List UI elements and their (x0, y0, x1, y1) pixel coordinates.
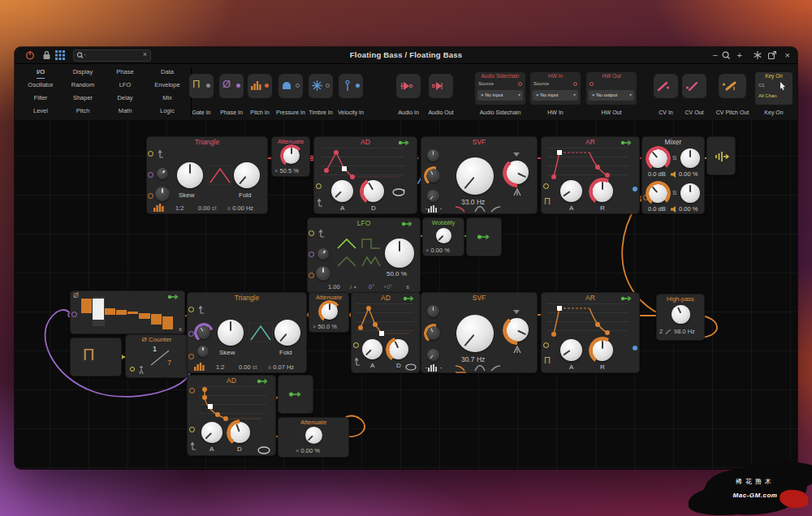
port-phase-in[interactable] (188, 331, 194, 337)
input-gain-knob[interactable] (427, 305, 439, 317)
zoom-in-button[interactable]: + (737, 49, 742, 61)
skew-knob[interactable] (177, 162, 203, 188)
palette-timbre-in[interactable] (309, 74, 333, 98)
zoom-out-button[interactable]: − (713, 49, 718, 61)
cutoff-knob[interactable] (456, 157, 494, 195)
output-dropdown[interactable]: × No output▾ (589, 90, 634, 101)
category-pitch[interactable]: Pitch (62, 105, 104, 118)
category-io[interactable]: I/O (19, 66, 62, 79)
pitch-knob[interactable] (197, 346, 209, 357)
module-highpass[interactable]: High-pass 2 98.0 Hz (656, 294, 705, 341)
ch1-pan-knob[interactable] (680, 148, 700, 168)
attack-knob[interactable] (560, 339, 582, 361)
port-gate-in[interactable] (148, 151, 153, 157)
module-pitch-sequencer[interactable]: Ø ± (70, 290, 185, 334)
module-green-tile-2[interactable] (278, 375, 313, 414)
port-gate-in[interactable] (130, 367, 135, 372)
fold-knob[interactable] (274, 320, 300, 346)
decay-knob[interactable] (229, 422, 250, 443)
cutoff-mod-knob[interactable] (426, 326, 440, 340)
lowpass-icon[interactable] (455, 363, 469, 373)
ch1-solo-button[interactable]: S (672, 154, 676, 161)
palette-audio-out[interactable] (429, 74, 453, 98)
module-gate-in[interactable]: Π (70, 338, 122, 376)
amount-knob[interactable] (385, 239, 414, 268)
wave-square[interactable] (361, 237, 382, 251)
seq-step[interactable] (93, 299, 103, 320)
fine-tune-value[interactable]: ± 0.00 Hz (227, 204, 253, 212)
port-gate-in[interactable] (543, 342, 549, 348)
port-gate-in[interactable] (316, 183, 322, 189)
module-attenuate-2[interactable]: Attenuate × 50.0 % (309, 292, 349, 333)
port-rate-in[interactable] (309, 273, 314, 278)
resonance-knob[interactable] (505, 318, 529, 342)
module-svf-2[interactable]: SVF 30.7 Hz (421, 292, 538, 373)
port-gate-in[interactable] (543, 183, 549, 189)
attack-knob[interactable] (560, 180, 582, 202)
module-green-tile-1[interactable] (466, 217, 502, 256)
ch2-gain-value[interactable]: 0.0 dB (648, 205, 666, 213)
palette-cv-out[interactable] (682, 74, 706, 98)
module-ar-1[interactable]: AR Π A R (541, 136, 640, 214)
ch2-speaker-icon[interactable] (671, 206, 677, 213)
pin-icon[interactable] (754, 51, 762, 59)
port-out-unconnected[interactable] (633, 187, 637, 191)
category-filter[interactable]: Filter (19, 92, 62, 105)
palette-velocity-in[interactable] (339, 74, 363, 98)
seq-step[interactable] (151, 314, 162, 325)
attack-knob[interactable] (331, 180, 353, 202)
zoom-reset-icon[interactable] (722, 51, 731, 60)
phase-value[interactable]: 0° (369, 283, 374, 290)
cutoff-mod-knob[interactable] (426, 169, 440, 183)
cutoff-value[interactable]: 30.7 Hz (461, 355, 485, 363)
seq-step[interactable] (116, 310, 127, 314)
category-envelope[interactable]: Envelope (146, 79, 188, 92)
fold-knob[interactable] (234, 162, 260, 188)
wave-triangle-selected[interactable] (336, 237, 357, 251)
module-ar-2[interactable]: AR Π A R (541, 292, 640, 373)
release-knob[interactable] (591, 339, 613, 361)
sync-mode[interactable]: ♪ ▾ (349, 283, 356, 290)
ch2-pan-value[interactable]: 0.00 % (679, 205, 698, 213)
module-triangle-2[interactable]: Triangle Skew Fold 1:2 0.00 st ± 0.07 Hz (187, 292, 307, 373)
port-phase-in[interactable] (309, 252, 314, 257)
module-ad-2[interactable]: AD A D (351, 292, 421, 373)
attenuate-knob[interactable] (321, 303, 338, 320)
palette-audio-sidechain[interactable]: Audio Sidechain Source × No input▾ (475, 72, 525, 105)
module-ad-1[interactable]: AD A D (313, 136, 417, 214)
port-pitch-in[interactable] (148, 193, 153, 199)
module-lfo[interactable]: LFO 50.0 % 1.00 ♪ ▾ 0° +0° ± (307, 217, 421, 294)
amount-value[interactable]: 50.0 % (387, 270, 407, 277)
ratio-value[interactable]: 1:2 (175, 204, 184, 212)
category-level[interactable]: Level (19, 105, 62, 118)
bipolar-icon[interactable]: ± (406, 283, 409, 290)
category-lfo[interactable]: LFO (104, 79, 146, 92)
attack-knob[interactable] (201, 422, 222, 443)
port-phase-in[interactable] (148, 172, 153, 178)
category-phase[interactable]: Phase (104, 66, 146, 79)
ch1-speaker-icon[interactable] (671, 171, 677, 178)
palette-key-on[interactable]: Key On C1 All Chan (755, 72, 793, 105)
decay-knob[interactable] (388, 339, 408, 359)
wave-random[interactable] (361, 255, 382, 269)
release-knob[interactable] (591, 180, 613, 202)
loop-icon[interactable] (404, 363, 417, 371)
palette-phase-in[interactable]: Ø (219, 74, 244, 98)
ch2-gain-knob[interactable] (648, 183, 667, 203)
detach-icon[interactable] (768, 51, 776, 59)
grid-canvas[interactable]: Triangle Skew Fold 1:2 0.00 st ± 0.00 Hz… (15, 120, 797, 469)
semitone-value[interactable]: 0.00 st (239, 363, 257, 371)
palette-pressure-in[interactable] (279, 74, 303, 98)
lowpass-icon[interactable] (455, 204, 469, 213)
port-phase-in[interactable] (71, 312, 77, 317)
wobble-knob[interactable] (436, 228, 451, 243)
palette-cv-in[interactable] (654, 74, 678, 98)
category-logic[interactable]: Logic (146, 105, 188, 118)
attenuate-knob[interactable] (283, 147, 300, 164)
phase-knob[interactable] (157, 168, 168, 179)
seq-step[interactable] (105, 308, 115, 315)
attack-knob[interactable] (362, 339, 382, 359)
palette-audio-in[interactable] (396, 74, 421, 98)
ratio-value[interactable]: 1:2 (216, 363, 224, 371)
skew-knob[interactable] (218, 320, 244, 346)
